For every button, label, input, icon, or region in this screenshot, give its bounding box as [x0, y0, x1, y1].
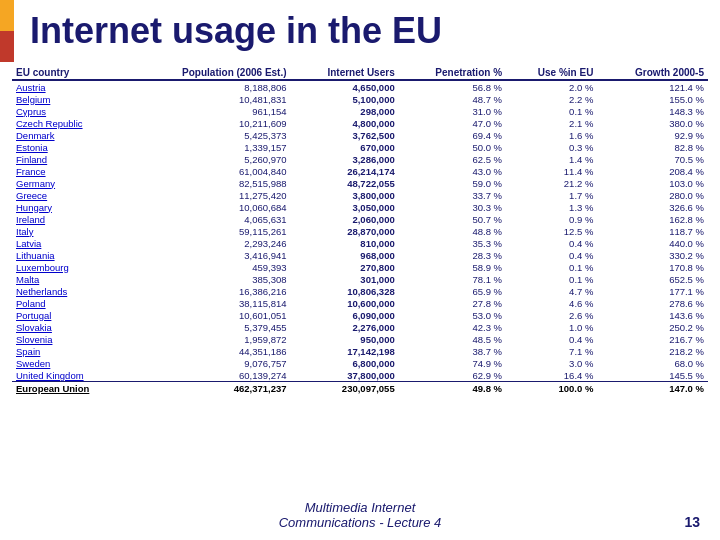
table-cell: 70.5 % [597, 153, 708, 165]
table-cell[interactable]: Slovenia [12, 333, 129, 345]
table-header-row: EU country Population (2006 Est.) Intern… [12, 66, 708, 80]
table-cell: 68.0 % [597, 357, 708, 369]
table-cell: 60,139,274 [129, 369, 291, 382]
table-cell: 250.2 % [597, 321, 708, 333]
table-cell: 2.6 % [506, 309, 597, 321]
footer-cell: 100.0 % [506, 382, 597, 395]
table-cell: 121.4 % [597, 80, 708, 93]
table-cell: 810,000 [291, 237, 399, 249]
table-cell: 385,308 [129, 273, 291, 285]
table-cell: 56.8 % [399, 80, 506, 93]
table-cell: 652.5 % [597, 273, 708, 285]
table-cell: 16.4 % [506, 369, 597, 382]
accent-top [0, 0, 14, 31]
table-cell: 50.7 % [399, 213, 506, 225]
table-cell[interactable]: Estonia [12, 141, 129, 153]
table-cell[interactable]: Malta [12, 273, 129, 285]
table-cell: 53.0 % [399, 309, 506, 321]
table-cell: 82.8 % [597, 141, 708, 153]
table-cell: 0.1 % [506, 273, 597, 285]
table-cell: 968,000 [291, 249, 399, 261]
table-cell: 21.2 % [506, 177, 597, 189]
table-cell: 5,379,455 [129, 321, 291, 333]
table-cell: 10,060,684 [129, 201, 291, 213]
table-cell: 48,722,055 [291, 177, 399, 189]
table-cell[interactable]: Netherlands [12, 285, 129, 297]
table-row: Slovenia1,959,872950,00048.5 %0.4 %216.7… [12, 333, 708, 345]
data-table-section: EU country Population (2006 Est.) Intern… [0, 62, 720, 394]
table-cell[interactable]: Portugal [12, 309, 129, 321]
table-cell[interactable]: Luxembourg [12, 261, 129, 273]
col-use-pct: Use %in EU [506, 66, 597, 80]
table-row: Hungary10,060,6843,050,00030.3 %1.3 %326… [12, 201, 708, 213]
table-row: Cyprus961,154298,00031.0 %0.1 %148.3 % [12, 105, 708, 117]
table-cell: 4.7 % [506, 285, 597, 297]
table-row: Czech Republic10,211,6094,800,00047.0 %2… [12, 117, 708, 129]
table-cell[interactable]: Denmark [12, 129, 129, 141]
table-cell[interactable]: Czech Republic [12, 117, 129, 129]
table-cell: 148.3 % [597, 105, 708, 117]
table-row: Slovakia5,379,4552,276,00042.3 %1.0 %250… [12, 321, 708, 333]
table-cell[interactable]: United Kingdom [12, 369, 129, 382]
table-cell: 3,286,000 [291, 153, 399, 165]
table-cell: 1.7 % [506, 189, 597, 201]
table-cell[interactable]: Cyprus [12, 105, 129, 117]
table-cell: 5,100,000 [291, 93, 399, 105]
table-cell: 28,870,000 [291, 225, 399, 237]
table-cell: 42.3 % [399, 321, 506, 333]
table-cell[interactable]: Finland [12, 153, 129, 165]
table-cell: 59.0 % [399, 177, 506, 189]
footer-cell: 147.0 % [597, 382, 708, 395]
table-cell[interactable]: Slovakia [12, 321, 129, 333]
table-row: Belgium10,481,8315,100,00048.7 %2.2 %155… [12, 93, 708, 105]
col-internet-users: Internet Users [291, 66, 399, 80]
table-row: Latvia2,293,246810,00035.3 %0.4 %440.0 % [12, 237, 708, 249]
table-cell[interactable]: Sweden [12, 357, 129, 369]
table-cell: 12.5 % [506, 225, 597, 237]
table-row: Malta385,308301,00078.1 %0.1 %652.5 % [12, 273, 708, 285]
table-cell: 280.0 % [597, 189, 708, 201]
table-cell: 218.2 % [597, 345, 708, 357]
table-cell: 0.1 % [506, 261, 597, 273]
table-cell: 65.9 % [399, 285, 506, 297]
table-row: Spain44,351,18617,142,19838.7 %7.1 %218.… [12, 345, 708, 357]
table-cell: 16,386,216 [129, 285, 291, 297]
table-cell[interactable]: Poland [12, 297, 129, 309]
table-cell: 4.6 % [506, 297, 597, 309]
table-cell: 0.9 % [506, 213, 597, 225]
table-cell: 61,004,840 [129, 165, 291, 177]
table-cell[interactable]: Ireland [12, 213, 129, 225]
table-cell: 155.0 % [597, 93, 708, 105]
table-cell: 48.8 % [399, 225, 506, 237]
table-cell[interactable]: Greece [12, 189, 129, 201]
table-cell: 7.1 % [506, 345, 597, 357]
table-cell: 35.3 % [399, 237, 506, 249]
table-cell: 0.4 % [506, 249, 597, 261]
table-cell[interactable]: France [12, 165, 129, 177]
table-cell: 301,000 [291, 273, 399, 285]
table-cell: 298,000 [291, 105, 399, 117]
table-cell: 58.9 % [399, 261, 506, 273]
table-cell: 48.5 % [399, 333, 506, 345]
table-cell: 59,115,261 [129, 225, 291, 237]
table-cell: 380.0 % [597, 117, 708, 129]
table-cell: 1.4 % [506, 153, 597, 165]
table-cell[interactable]: Italy [12, 225, 129, 237]
header: Internet usage in the EU [0, 0, 720, 62]
table-cell[interactable]: Lithuania [12, 249, 129, 261]
col-country: EU country [12, 66, 129, 80]
table-cell: 11,275,420 [129, 189, 291, 201]
table-cell[interactable]: Germany [12, 177, 129, 189]
table-cell[interactable]: Belgium [12, 93, 129, 105]
table-cell[interactable]: Spain [12, 345, 129, 357]
table-cell: 11.4 % [506, 165, 597, 177]
table-row: Denmark5,425,3733,762,50069.4 %1.6 %92.9… [12, 129, 708, 141]
accent-bar [0, 0, 14, 62]
table-cell[interactable]: Austria [12, 80, 129, 93]
table-cell: 2.2 % [506, 93, 597, 105]
table-cell[interactable]: Hungary [12, 201, 129, 213]
table-row: Sweden9,076,7576,800,00074.9 %3.0 %68.0 … [12, 357, 708, 369]
table-cell: 961,154 [129, 105, 291, 117]
table-cell: 74.9 % [399, 357, 506, 369]
table-cell[interactable]: Latvia [12, 237, 129, 249]
